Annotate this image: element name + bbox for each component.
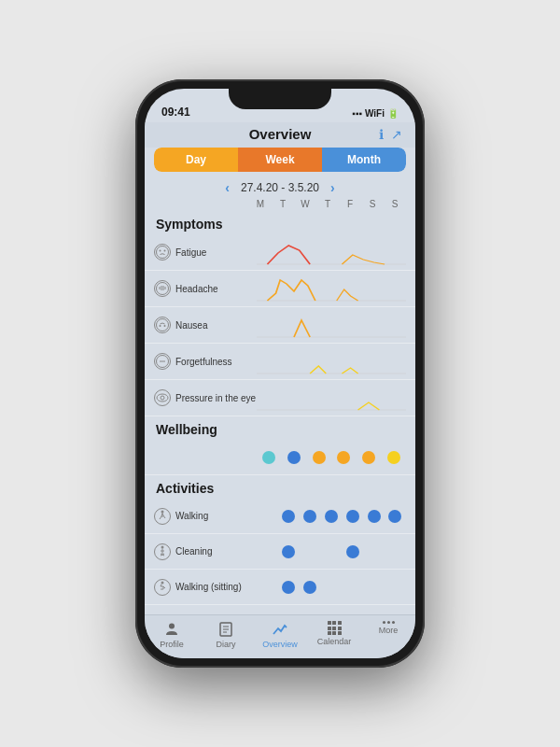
ws-dot-1 bbox=[260, 581, 273, 594]
tab-week[interactable]: Week bbox=[238, 148, 322, 172]
chart-icon bbox=[272, 621, 288, 638]
wellbeing-section-header: Wellbeing bbox=[145, 416, 415, 440]
walking-sitting-label: Walking (sitting) bbox=[154, 579, 257, 596]
info-icon[interactable]: ℹ bbox=[379, 127, 384, 142]
cleaning-dot-3 bbox=[303, 545, 316, 558]
fatigue-icon bbox=[154, 244, 171, 261]
svg-point-4 bbox=[157, 283, 169, 295]
walking-dot-1 bbox=[260, 510, 273, 523]
forgetfulness-chart bbox=[257, 345, 406, 377]
cleaning-row[interactable]: Cleaning bbox=[145, 534, 415, 570]
wellbeing-dot-2 bbox=[287, 451, 301, 464]
nav-profile[interactable]: Profile bbox=[145, 621, 199, 649]
cleaning-label: Cleaning bbox=[154, 543, 257, 560]
next-date-button[interactable]: › bbox=[330, 180, 335, 195]
ws-dot-4 bbox=[325, 581, 338, 594]
nav-more-label: More bbox=[379, 626, 399, 635]
walking-dot-6 bbox=[368, 510, 381, 523]
cleaning-dots bbox=[257, 545, 406, 558]
forgetfulness-icon bbox=[154, 353, 171, 370]
walking-dot-7 bbox=[388, 510, 401, 523]
ws-dot-5 bbox=[346, 581, 359, 594]
ws-dot-7 bbox=[388, 581, 401, 594]
svg-point-1 bbox=[160, 250, 161, 252]
svg-point-13 bbox=[157, 394, 168, 402]
headache-name: Headache bbox=[175, 284, 218, 294]
header-actions: ℹ ↗ bbox=[379, 127, 402, 142]
tab-day[interactable]: Day bbox=[154, 148, 238, 172]
prev-date-button[interactable]: ‹ bbox=[225, 180, 230, 195]
book-icon bbox=[217, 621, 234, 638]
nav-diary-label: Diary bbox=[216, 640, 235, 649]
person-icon bbox=[163, 621, 180, 638]
wellbeing-dot-1 bbox=[262, 451, 275, 464]
fatigue-row[interactable]: Fatigue bbox=[145, 234, 415, 271]
symptoms-section-header: Symptoms bbox=[145, 211, 415, 234]
walking-sitting-dots bbox=[257, 581, 406, 594]
nausea-row[interactable]: Nausea bbox=[145, 307, 415, 344]
cleaning-dot-1 bbox=[260, 545, 273, 558]
headache-row[interactable]: Headache bbox=[145, 271, 415, 307]
activities-section-header: Activities bbox=[145, 475, 415, 499]
share-icon[interactable]: ↗ bbox=[391, 127, 402, 142]
nav-calendar[interactable]: Calendar bbox=[307, 621, 361, 649]
tab-bar: Day Week Month bbox=[154, 148, 406, 172]
page-title: Overview bbox=[249, 126, 312, 142]
headache-label: Headache bbox=[154, 280, 257, 297]
signal-icon: ▪▪▪ bbox=[352, 108, 362, 119]
svg-point-19 bbox=[169, 624, 175, 629]
main-content: Symptoms Fatigue bbox=[145, 211, 415, 614]
wellbeing-dot-4 bbox=[337, 451, 350, 464]
svg-point-16 bbox=[161, 510, 164, 513]
pressure-eye-row[interactable]: Pressure in the eye bbox=[145, 380, 415, 416]
forgetfulness-label: Forgetfulness bbox=[154, 353, 257, 370]
walking-sitting-row[interactable]: Walking (sitting) bbox=[145, 570, 415, 605]
cleaning-dot-5 bbox=[346, 545, 359, 558]
status-time: 09:41 bbox=[161, 106, 190, 119]
walking-dot-5 bbox=[346, 510, 359, 523]
fatigue-label: Fatigue bbox=[154, 244, 257, 261]
battery-icon: 🔋 bbox=[387, 108, 399, 119]
walking-sitting-name: Walking (sitting) bbox=[175, 582, 242, 592]
headache-chart bbox=[257, 273, 406, 304]
cleaning-name: Cleaning bbox=[175, 546, 212, 557]
fatigue-name: Fatigue bbox=[175, 247, 206, 258]
cleaning-dot-6 bbox=[368, 545, 381, 558]
cleaning-dot-2 bbox=[282, 545, 295, 558]
walking-icon bbox=[154, 508, 171, 525]
wellbeing-row[interactable] bbox=[145, 440, 415, 475]
walking-name: Walking bbox=[175, 511, 208, 521]
headache-icon bbox=[154, 280, 171, 297]
walking-row[interactable]: Walking bbox=[145, 499, 415, 534]
tab-month[interactable]: Month bbox=[322, 148, 406, 172]
fatigue-chart bbox=[257, 236, 406, 268]
nav-calendar-label: Calendar bbox=[317, 637, 352, 646]
walking-dot-2 bbox=[282, 510, 295, 523]
nav-profile-label: Profile bbox=[160, 640, 184, 649]
nav-more[interactable]: More bbox=[361, 621, 415, 649]
forgetfulness-name: Forgetfulness bbox=[175, 357, 232, 367]
wifi-icon: WiFi bbox=[365, 108, 385, 119]
ws-dot-6 bbox=[368, 581, 381, 594]
forgetfulness-row[interactable]: Forgetfulness bbox=[145, 344, 415, 380]
day-header-f: F bbox=[339, 199, 361, 209]
pressure-eye-label: Pressure in the eye bbox=[154, 389, 257, 406]
wellbeing-dot-6 bbox=[387, 451, 400, 464]
nav-overview[interactable]: Overview bbox=[253, 621, 307, 649]
day-header-s1: S bbox=[361, 199, 384, 209]
svg-point-7 bbox=[160, 325, 161, 327]
more-icon bbox=[383, 621, 395, 624]
day-header-s2: S bbox=[384, 199, 406, 209]
walking-dot-3 bbox=[303, 510, 316, 523]
wellbeing-dots bbox=[257, 451, 406, 464]
nav-diary[interactable]: Diary bbox=[199, 621, 253, 649]
day-headers: M T W T F S S bbox=[145, 199, 415, 211]
pressure-eye-name: Pressure in the eye bbox=[175, 393, 256, 403]
phone-frame: 09:41 ▪▪▪ WiFi 🔋 Overview ℹ ↗ Day Week M… bbox=[135, 79, 425, 668]
day-header-t2: T bbox=[316, 199, 339, 209]
pressure-eye-icon bbox=[154, 389, 171, 406]
svg-point-2 bbox=[164, 250, 166, 252]
walking-sitting-icon bbox=[154, 579, 171, 596]
header: Overview ℹ ↗ bbox=[145, 122, 415, 148]
grid-icon bbox=[328, 621, 342, 635]
